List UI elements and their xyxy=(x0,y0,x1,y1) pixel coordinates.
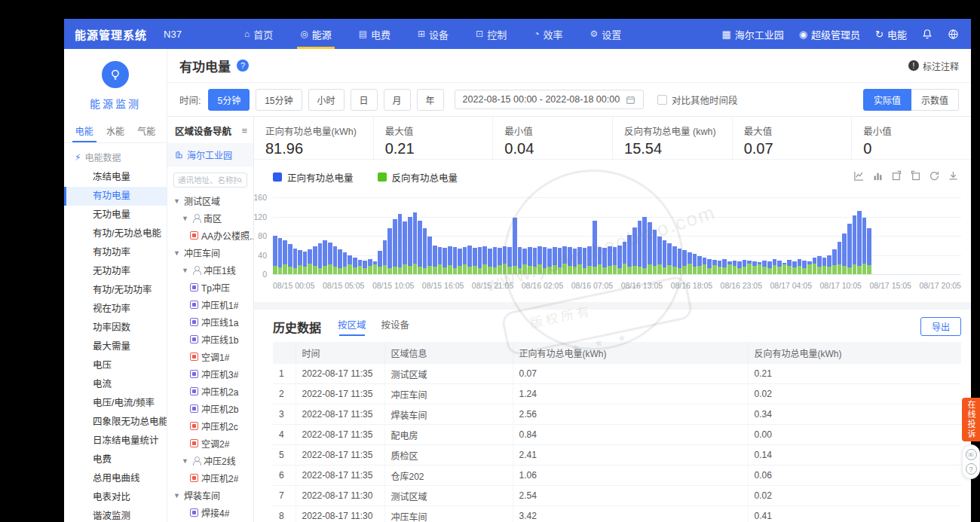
bar-slot[interactable] xyxy=(867,197,871,274)
search-icon[interactable] xyxy=(237,176,243,185)
time-button-小时[interactable]: 小时 xyxy=(308,89,345,111)
tree-node-焊装车间[interactable]: ▼焊装车间 xyxy=(167,487,253,504)
compare-checkbox[interactable]: 对比其他时间段 xyxy=(657,93,738,107)
bar-slot[interactable] xyxy=(577,197,582,274)
sidebar-item-电费[interactable]: 电费 xyxy=(64,450,167,469)
service-icon[interactable]: ☏ xyxy=(966,449,977,460)
bar-slot[interactable] xyxy=(787,197,792,274)
bar-slot[interactable] xyxy=(682,197,687,274)
legend-item-正向有功总电量[interactable]: 正向有功总电量 xyxy=(273,170,354,185)
bar-slot[interactable] xyxy=(427,197,432,274)
bar-slot[interactable] xyxy=(813,197,817,274)
time-button-月[interactable]: 月 xyxy=(384,89,411,111)
bar-slot[interactable] xyxy=(762,197,767,274)
bar-slot[interactable] xyxy=(448,197,452,274)
nav-item-首页[interactable]: ⌂首页 xyxy=(231,19,286,49)
zoom-select-icon[interactable] xyxy=(891,170,902,182)
bar-slot[interactable] xyxy=(862,197,867,274)
nav-item-效率[interactable]: ◔效率 xyxy=(520,19,576,49)
table-row[interactable]: 82022-08-17 11:30冲压车间3.420.41 xyxy=(273,506,961,522)
bar-slot[interactable] xyxy=(853,197,857,274)
bar-slot[interactable] xyxy=(463,197,467,274)
tree-search-input[interactable] xyxy=(178,176,237,185)
bar-slot[interactable] xyxy=(773,197,777,274)
bar-slot[interactable] xyxy=(473,197,477,274)
caret-down-icon[interactable]: ▼ xyxy=(182,215,189,222)
tree-node-冲压机2#[interactable]: 冲压机2# xyxy=(167,469,253,487)
bar-slot[interactable] xyxy=(363,197,367,274)
table-row[interactable]: 42022-08-17 11:35配电房0.840.00 xyxy=(273,425,961,445)
tree-node-冲压机1#[interactable]: 冲压机1# xyxy=(167,296,253,313)
tree-node-Tp冲压[interactable]: Tp冲压 xyxy=(167,279,253,296)
bar-slot[interactable] xyxy=(373,197,378,274)
bar-slot[interactable] xyxy=(802,197,807,274)
nav-item-控制[interactable]: ⊡控制 xyxy=(462,19,520,49)
tree-node-冲压机2b[interactable]: 冲压机2b xyxy=(167,400,253,417)
bar-slot[interactable] xyxy=(438,197,443,274)
bar-slot[interactable] xyxy=(547,197,552,274)
sidebar-tab-气能[interactable]: 气能 xyxy=(136,120,157,142)
bar-slot[interactable] xyxy=(278,197,283,274)
legend-item-反向有功总电量[interactable]: 反向有功总电量 xyxy=(378,170,458,185)
bar-slot[interactable] xyxy=(353,197,357,274)
bar-slot[interactable] xyxy=(613,197,617,274)
bar-slot[interactable] xyxy=(657,197,662,274)
bar-slot[interactable] xyxy=(767,197,772,274)
bar-slot[interactable] xyxy=(838,197,842,274)
annotate-button[interactable]: ! 标注注释 xyxy=(908,60,959,72)
zoom-reset-icon[interactable] xyxy=(910,170,921,182)
bar-slot[interactable] xyxy=(378,197,382,274)
bar-slot[interactable] xyxy=(478,197,482,274)
bar-slot[interactable] xyxy=(482,197,487,274)
sidebar-item-日冻结电量统计[interactable]: 日冻结电量统计 xyxy=(64,432,167,450)
bar-slot[interactable] xyxy=(678,197,682,274)
bar-slot[interactable] xyxy=(707,197,712,274)
bar-slot[interactable] xyxy=(562,197,567,274)
tree-node-冲压机3#[interactable]: 冲压机3# xyxy=(167,365,253,383)
sidebar-item-有功功率[interactable]: 有功功率 xyxy=(64,243,167,262)
time-button-15分钟[interactable]: 15分钟 xyxy=(256,89,302,111)
tree-node-冲压线1b[interactable]: 冲压线1b xyxy=(167,331,253,348)
bar-slot[interactable] xyxy=(842,197,847,274)
bar-slot[interactable] xyxy=(752,197,757,274)
table-row[interactable]: 52022-08-17 11:35质检区2.410.14 xyxy=(273,445,961,466)
tree-node-冲压2线[interactable]: ▼冲压2线 xyxy=(167,452,253,469)
bar-slot[interactable] xyxy=(303,197,308,274)
tree-node-AA办公楼照...[interactable]: AA办公楼照... xyxy=(167,227,253,244)
bar-slot[interactable] xyxy=(667,197,672,274)
tree-node-南区[interactable]: ▼南区 xyxy=(167,209,253,227)
tree-node-测试区域[interactable]: ▼测试区域 xyxy=(167,192,253,209)
time-button-5分钟[interactable]: 5分钟 xyxy=(208,89,250,111)
bar-slot[interactable] xyxy=(293,197,298,274)
bar-slot[interactable] xyxy=(458,197,462,274)
sidebar-item-四象限无功总电能[interactable]: 四象限无功总电能 xyxy=(64,413,167,432)
online-complaint-tab[interactable]: 在线投诉 xyxy=(962,398,980,441)
bar-slot[interactable] xyxy=(718,197,722,274)
bar-slot[interactable] xyxy=(308,197,312,274)
bar-slot[interactable] xyxy=(413,197,418,274)
bar-slot[interactable] xyxy=(688,197,692,274)
bar-slot[interactable] xyxy=(288,197,292,274)
table-row[interactable]: 62022-08-17 11:35仓库2021.060.06 xyxy=(273,466,961,486)
bar-slot[interactable] xyxy=(573,197,577,274)
caret-down-icon[interactable]: ▼ xyxy=(173,197,181,205)
bar-slot[interactable] xyxy=(617,197,622,274)
bar-slot[interactable] xyxy=(533,197,537,274)
value-toggle-示数值[interactable]: 示数值 xyxy=(911,89,959,111)
bar-slot[interactable] xyxy=(348,197,352,274)
bar-slot[interactable] xyxy=(568,197,572,274)
caret-down-icon[interactable]: ▼ xyxy=(173,249,181,257)
bar-slot[interactable] xyxy=(333,197,338,274)
sidebar-tab-电能[interactable]: 电能 xyxy=(74,120,95,142)
bar-slot[interactable] xyxy=(393,197,397,274)
tree-root-node[interactable]: 海尔工业园 xyxy=(167,143,253,166)
bar-slot[interactable] xyxy=(703,197,707,274)
nav-item-能源[interactable]: ◎能源 xyxy=(286,19,345,49)
bar-slot[interactable] xyxy=(722,197,727,274)
sidebar-item-冻结电量[interactable]: 冻结电量 xyxy=(64,168,167,187)
bar-slot[interactable] xyxy=(623,197,627,274)
nav-item-设备[interactable]: ⊞设备 xyxy=(404,19,462,49)
history-tab-按设备[interactable]: 按设备 xyxy=(381,317,410,336)
bar-slot[interactable] xyxy=(522,197,527,274)
bar-slot[interactable] xyxy=(528,197,532,274)
